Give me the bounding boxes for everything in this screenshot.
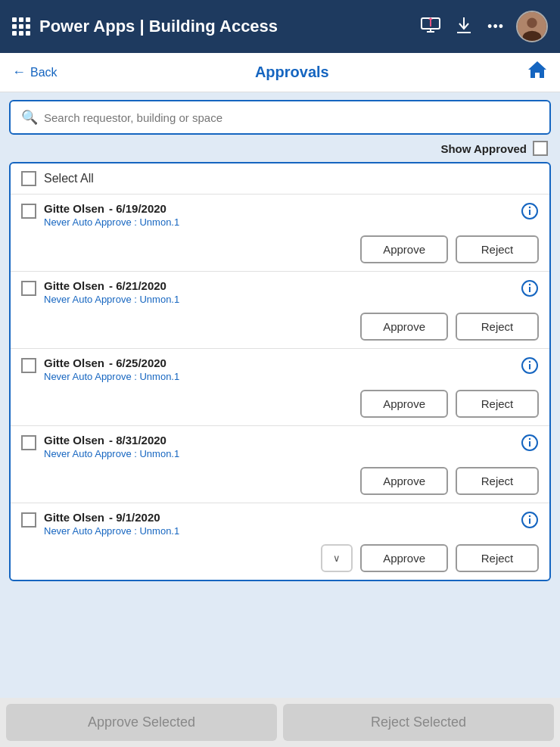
show-approved-row: Show Approved [9, 141, 551, 156]
request-header: Gitte Olsen - 6/25/2020 Never Auto Appro… [21, 356, 539, 382]
request-name-date: Gitte Olsen - 6/19/2020 [44, 202, 513, 215]
request-header: Gitte Olsen - 9/1/2020 Never Auto Approv… [21, 511, 539, 537]
reject-selected-button[interactable]: Reject Selected [283, 704, 554, 741]
user-avatar[interactable] [516, 11, 548, 42]
search-input[interactable] [44, 111, 539, 124]
select-all-checkbox[interactable] [21, 171, 36, 186]
show-approved-checkbox[interactable] [533, 141, 548, 156]
bottom-bar: Approve Selected Reject Selected [0, 698, 560, 747]
request-subtitle: Never Auto Approve : Unmon.1 [44, 448, 513, 459]
screen-name: Building Access [149, 17, 278, 36]
svg-point-8 [527, 18, 537, 28]
app-title: Power Apps | Building Access [39, 17, 409, 36]
info-icon[interactable] [521, 356, 539, 379]
request-subtitle: Never Auto Approve : Unmon.1 [44, 371, 513, 382]
request-name-date: Gitte Olsen - 8/31/2020 [44, 434, 513, 447]
request-name: Gitte Olsen [44, 202, 104, 215]
request-checkbox[interactable] [21, 204, 36, 219]
select-all-label: Select All [44, 172, 94, 185]
approve-button[interactable]: Approve [360, 544, 448, 572]
requests-container: Gitte Olsen - 6/19/2020 Never Auto Appro… [11, 195, 549, 580]
request-subtitle: Never Auto Approve : Unmon.1 [44, 216, 513, 228]
request-date: - 8/31/2020 [109, 434, 166, 447]
svg-point-16 [529, 284, 530, 285]
request-info: Gitte Olsen - 6/19/2020 Never Auto Appro… [44, 202, 513, 228]
request-checkbox[interactable] [21, 281, 36, 296]
request-item: Gitte Olsen - 6/21/2020 Never Auto Appro… [11, 272, 549, 349]
info-icon[interactable] [521, 434, 539, 456]
more-options-icon[interactable]: ••• [487, 19, 504, 35]
request-name-date: Gitte Olsen - 6/21/2020 [44, 279, 513, 292]
request-header: Gitte Olsen - 6/19/2020 Never Auto Appro… [21, 202, 539, 228]
request-date: - 6/19/2020 [109, 202, 166, 215]
approve-button[interactable]: Approve [360, 313, 448, 341]
info-icon[interactable] [521, 279, 539, 302]
top-bar: Power Apps | Building Access ••• [0, 0, 560, 53]
request-subtitle: Never Auto Approve : Unmon.1 [44, 525, 513, 537]
approve-button[interactable]: Approve [360, 390, 448, 418]
request-item: Gitte Olsen - 9/1/2020 Never Auto Approv… [11, 503, 549, 580]
separator: | [139, 17, 144, 36]
reject-button[interactable]: Reject [456, 235, 539, 263]
home-icon[interactable] [527, 59, 548, 86]
reject-button[interactable]: Reject [456, 390, 539, 418]
svg-point-22 [529, 438, 530, 440]
search-icon: 🔍 [21, 109, 38, 126]
nav-title: Approvals [58, 64, 527, 81]
request-subtitle: Never Auto Approve : Unmon.1 [44, 294, 513, 305]
reject-button[interactable]: Reject [456, 313, 539, 341]
back-arrow-icon: ← [12, 64, 26, 80]
request-actions: Approve Reject [21, 235, 539, 263]
select-all-row: Select All [11, 163, 549, 195]
request-header: Gitte Olsen - 8/31/2020 Never Auto Appro… [21, 434, 539, 459]
request-date: - 6/25/2020 [109, 356, 166, 369]
request-info: Gitte Olsen - 6/21/2020 Never Auto Appro… [44, 279, 513, 305]
request-item: Gitte Olsen - 8/31/2020 Never Auto Appro… [11, 426, 549, 503]
request-name: Gitte Olsen [44, 356, 104, 369]
info-icon[interactable] [521, 202, 539, 225]
requests-list: Select All Gitte Olsen - 6/19/2020 Never… [9, 162, 551, 581]
chevron-button[interactable]: ∨ [321, 544, 353, 572]
show-approved-label: Show Approved [440, 142, 527, 155]
request-name-date: Gitte Olsen - 9/1/2020 [44, 511, 513, 524]
grid-icon[interactable] [12, 17, 30, 36]
back-button[interactable]: ← Back [12, 64, 58, 80]
request-actions: Approve Reject [21, 390, 539, 418]
svg-point-13 [529, 207, 530, 208]
request-date: - 6/21/2020 [109, 279, 166, 292]
screen-icon[interactable] [421, 17, 440, 36]
reject-button[interactable]: Reject [456, 544, 539, 572]
approve-button[interactable]: Approve [360, 467, 448, 495]
svg-point-19 [529, 361, 530, 363]
approve-selected-button[interactable]: Approve Selected [6, 704, 277, 741]
request-name: Gitte Olsen [44, 279, 104, 292]
power-apps-label: Power Apps [39, 17, 135, 36]
nav-bar: ← Back Approvals [0, 53, 560, 92]
approve-button[interactable]: Approve [360, 235, 448, 263]
request-name-date: Gitte Olsen - 6/25/2020 [44, 356, 513, 369]
request-checkbox[interactable] [21, 435, 36, 450]
info-icon[interactable] [521, 511, 539, 534]
request-item: Gitte Olsen - 6/25/2020 Never Auto Appro… [11, 349, 549, 426]
request-actions: ∨ Approve Reject [21, 544, 539, 572]
svg-point-25 [529, 515, 530, 517]
download-icon[interactable] [456, 16, 472, 38]
request-name: Gitte Olsen [44, 434, 104, 447]
request-item: Gitte Olsen - 6/19/2020 Never Auto Appro… [11, 195, 549, 272]
request-actions: Approve Reject [21, 467, 539, 495]
svg-marker-10 [528, 61, 546, 78]
request-info: Gitte Olsen - 6/25/2020 Never Auto Appro… [44, 356, 513, 382]
request-header: Gitte Olsen - 6/21/2020 Never Auto Appro… [21, 279, 539, 305]
request-date: - 9/1/2020 [109, 511, 160, 524]
request-checkbox[interactable] [21, 512, 36, 528]
request-name: Gitte Olsen [44, 511, 104, 524]
request-checkbox[interactable] [21, 358, 36, 373]
request-info: Gitte Olsen - 8/31/2020 Never Auto Appro… [44, 434, 513, 459]
back-label: Back [30, 66, 58, 79]
request-info: Gitte Olsen - 9/1/2020 Never Auto Approv… [44, 511, 513, 537]
search-bar: 🔍 [9, 100, 551, 135]
main-content: 🔍 Show Approved Select All Gitte Olsen -… [0, 92, 560, 698]
request-actions: Approve Reject [21, 313, 539, 341]
reject-button[interactable]: Reject [456, 467, 539, 495]
